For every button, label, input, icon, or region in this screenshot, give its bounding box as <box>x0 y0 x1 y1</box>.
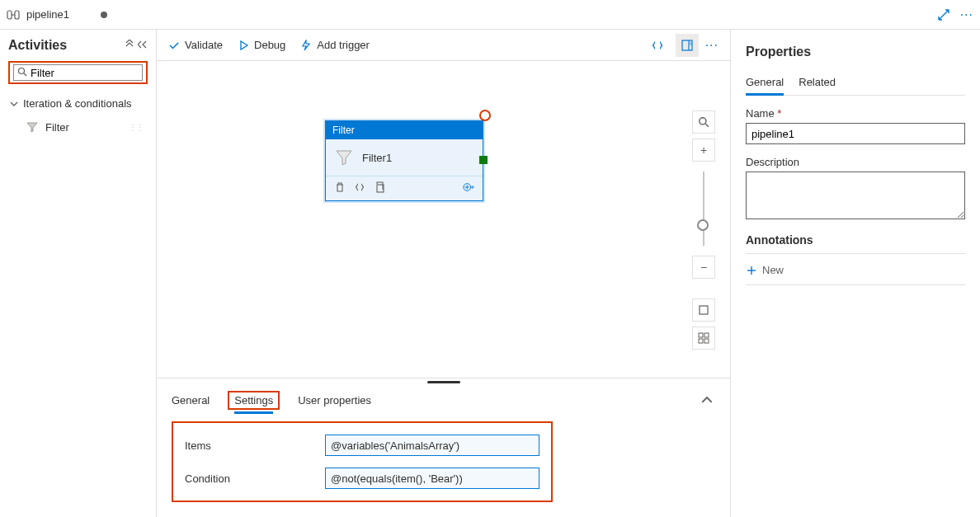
pipeline-description-input[interactable] <box>746 172 965 219</box>
svg-rect-5 <box>682 40 692 50</box>
activity-label: Filter <box>45 121 69 134</box>
items-label: Items <box>185 439 325 452</box>
zoom-in-button[interactable]: + <box>692 139 715 162</box>
search-icon <box>17 67 27 79</box>
name-field-label: Name * <box>746 107 965 120</box>
add-trigger-button[interactable]: Add trigger <box>300 39 370 51</box>
description-field-label: Description <box>746 156 965 168</box>
category-label: Iteration & conditionals <box>23 97 132 110</box>
properties-panel: Properties General Related Name * Descri… <box>731 30 980 517</box>
svg-point-13 <box>700 118 706 125</box>
svg-rect-1 <box>15 11 19 19</box>
add-output-icon[interactable] <box>463 181 474 195</box>
fit-to-screen-button[interactable] <box>692 298 715 322</box>
svg-rect-15 <box>700 306 708 314</box>
new-annotation-label: New <box>762 264 784 276</box>
panel-collapse-icon[interactable] <box>699 392 715 408</box>
items-input[interactable] <box>325 435 539 456</box>
filter-funnel-icon <box>334 148 354 167</box>
node-type-label: Filter <box>326 121 483 139</box>
chevron-down-icon <box>10 100 18 108</box>
props-tab-general[interactable]: General <box>746 71 784 96</box>
settings-highlight-box: Items Condition <box>172 421 553 502</box>
toolbar-more-menu[interactable]: ··· <box>705 38 719 53</box>
svg-line-14 <box>705 124 709 127</box>
node-name: Filter1 <box>362 152 392 164</box>
zoom-slider[interactable] <box>703 172 704 246</box>
more-menu[interactable]: ··· <box>960 7 973 22</box>
filter-funnel-icon <box>26 120 39 134</box>
pipeline-name-input[interactable] <box>746 123 965 144</box>
activity-filter[interactable]: Filter ⋮⋮ <box>8 115 148 139</box>
auto-layout-button[interactable] <box>692 327 715 350</box>
tab-settings-highlight: Settings <box>228 391 280 410</box>
collapse-all-icon[interactable] <box>125 40 134 52</box>
validate-button[interactable]: Validate <box>168 39 223 51</box>
condition-input[interactable] <box>325 468 539 489</box>
expand-icon[interactable] <box>937 8 950 21</box>
properties-title: Properties <box>746 45 965 59</box>
pipeline-icon <box>7 8 20 21</box>
svg-rect-17 <box>704 333 709 337</box>
activities-search-highlight <box>8 61 148 84</box>
svg-point-3 <box>19 68 25 73</box>
props-tab-related[interactable]: Related <box>799 71 836 95</box>
delete-icon[interactable] <box>334 181 346 195</box>
code-view-button[interactable] <box>646 34 669 57</box>
add-annotation-button[interactable]: New <box>746 264 965 285</box>
node-status-indicator <box>479 110 491 121</box>
canvas-toolbar: Validate Debug Add trigger ··· <box>157 30 730 61</box>
svg-rect-18 <box>699 339 703 343</box>
debug-button[interactable]: Debug <box>238 39 285 51</box>
activity-properties-panel: General Settings User properties Items C… <box>157 378 730 517</box>
add-trigger-label: Add trigger <box>317 39 370 51</box>
activities-search-input[interactable] <box>31 67 139 79</box>
condition-label: Condition <box>185 472 325 485</box>
zoom-out-button[interactable]: − <box>692 256 715 279</box>
filter-activity-node[interactable]: Filter Filter1 <box>325 120 483 201</box>
unsaved-indicator <box>101 12 107 18</box>
collapse-panel-icon[interactable] <box>138 40 148 52</box>
validate-label: Validate <box>185 39 223 51</box>
tab-general[interactable]: General <box>172 389 210 411</box>
svg-rect-16 <box>699 333 703 337</box>
sidebar-title: Activities <box>8 38 67 53</box>
pipeline-title: pipeline1 <box>26 8 69 21</box>
properties-toggle-button[interactable] <box>676 34 699 57</box>
tab-user-properties[interactable]: User properties <box>298 389 371 411</box>
svg-rect-19 <box>704 339 709 343</box>
activities-sidebar: Activities Iteration & conditionals Filt… <box>0 30 157 517</box>
panel-resize-handle[interactable] <box>157 378 730 385</box>
annotations-label: Annotations <box>746 233 965 254</box>
canvas-search-button[interactable] <box>692 110 715 134</box>
grip-icon: ⋮⋮ <box>129 123 144 132</box>
svg-line-4 <box>24 73 26 76</box>
node-output-connector[interactable] <box>479 156 488 164</box>
tab-settings[interactable]: Settings <box>234 389 273 414</box>
canvas[interactable]: Filter Filter1 <box>157 61 730 378</box>
clone-icon[interactable] <box>374 181 385 195</box>
svg-rect-0 <box>7 11 12 19</box>
category-iteration-conditionals[interactable]: Iteration & conditionals <box>8 92 148 115</box>
debug-label: Debug <box>254 39 285 51</box>
code-icon[interactable] <box>354 181 365 195</box>
